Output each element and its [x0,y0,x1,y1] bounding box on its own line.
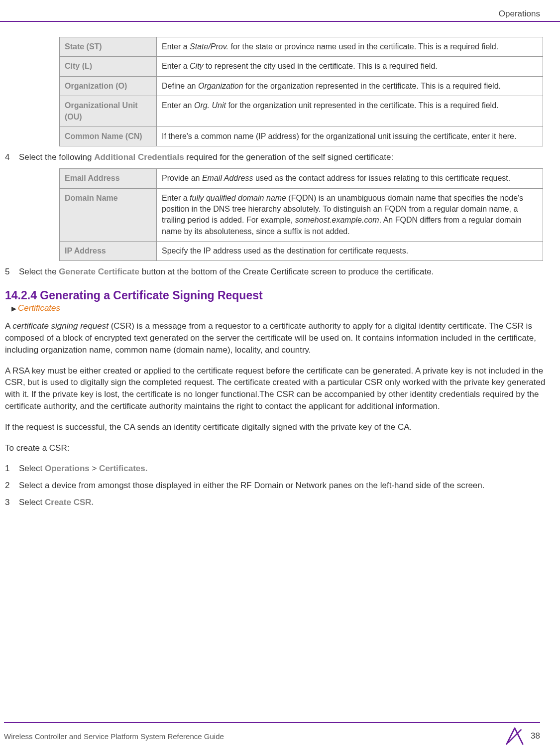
footer-logo-icon [506,727,524,745]
table-row: State (ST) Enter a State/Prov. for the s… [60,37,543,57]
footer-title: Wireless Controller and Service Platform… [4,732,224,741]
csr-step-2: 2 Select a device from amongst those dis… [5,480,558,492]
footer-divider [4,722,540,723]
field-label: Common Name (CN) [60,126,157,146]
page-header-section: Operations [0,0,560,21]
field-desc: If there's a common name (IP address) fo… [157,126,543,146]
step-number: 5 [5,266,19,278]
step-number: 4 [5,151,19,163]
step-text: Select Operations > Certificates. [19,463,558,475]
field-desc: Specify the IP address used as the desti… [157,242,543,261]
step-4: 4 Select the following Additional Creden… [5,151,558,163]
step-5: 5 Select the Generate Certificate button… [5,266,558,278]
step-number: 3 [5,497,19,508]
field-desc: Enter a fully qualified domain name (FQD… [157,188,543,242]
field-label: Domain Name [60,188,157,242]
step-text: Select the following Additional Credenti… [19,151,558,163]
certificate-fields-table-1: State (ST) Enter a State/Prov. for the s… [59,37,543,146]
page-number: 38 [531,731,540,741]
field-label: Email Address [60,169,157,188]
breadcrumb-arrow-icon: ▶ [11,305,16,312]
field-desc: Define an Organization for the organizat… [157,76,543,96]
step-number: 2 [5,480,19,492]
field-desc: Enter a State/Prov. for the state or pro… [157,37,543,57]
table-row: City (L) Enter a City to represent the c… [60,57,543,76]
field-desc: Provide an Email Address used as the con… [157,169,543,188]
field-label: City (L) [60,57,157,76]
csr-step-3: 3 Select Create CSR. [5,497,558,508]
table-row: Domain Name Enter a fully qualified doma… [60,188,543,242]
table-row: Organizational Unit (OU) Enter an Org. U… [60,96,543,127]
paragraph-2: A RSA key must be either created or appl… [5,365,554,412]
field-desc: Enter an Org. Unit for the organization … [157,96,543,127]
field-label: Organizational Unit (OU) [60,96,157,127]
paragraph-1: A certificate signing request (CSR) is a… [5,320,554,356]
main-content: State (ST) Enter a State/Prov. for the s… [0,37,560,508]
additional-credentials-table: Email Address Provide an Email Address u… [59,168,543,261]
paragraph-4: To create a CSR: [5,442,554,454]
table-row: Common Name (CN) If there's a common nam… [60,126,543,146]
paragraph-3: If the request is successful, the CA sen… [5,421,554,433]
step-text: Select Create CSR. [19,497,558,508]
header-divider [0,21,560,22]
field-label: State (ST) [60,37,157,57]
table-row: Organization (O) Define an Organization … [60,76,543,96]
csr-step-1: 1 Select Operations > Certificates. [5,463,558,475]
field-label: IP Address [60,242,157,261]
section-heading: 14.2.4 Generating a Certificate Signing … [5,289,558,302]
table-row: IP Address Specify the IP address used a… [60,242,543,261]
step-text: Select a device from amongst those displ… [19,480,558,492]
page-footer: Wireless Controller and Service Platform… [0,716,560,756]
step-text: Select the Generate Certificate button a… [19,266,558,278]
breadcrumb-text: Certificates [18,303,60,313]
table-row: Email Address Provide an Email Address u… [60,169,543,188]
step-number: 1 [5,463,19,475]
field-desc: Enter a City to represent the city used … [157,57,543,76]
field-label: Organization (O) [60,76,157,96]
breadcrumb: ▶ Certificates [11,303,558,313]
